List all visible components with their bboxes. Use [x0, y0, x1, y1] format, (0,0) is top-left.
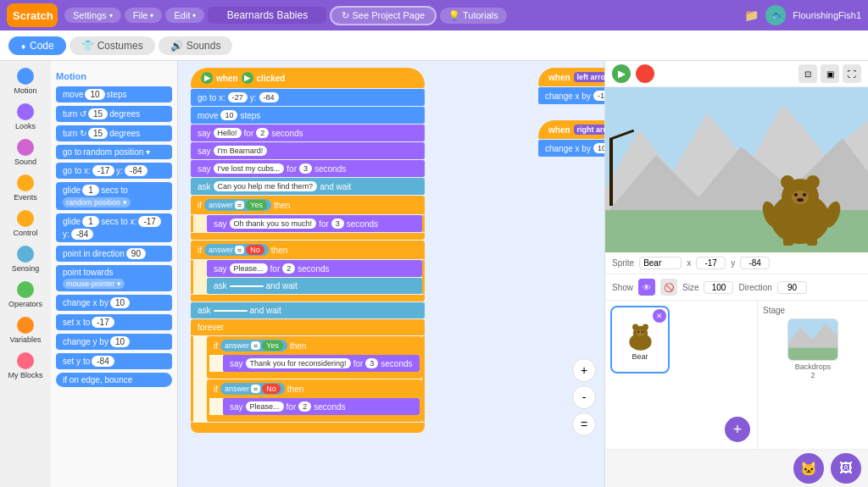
change-x-block[interactable]: change x by 10 [56, 295, 172, 311]
svg-point-14 [797, 198, 804, 202]
point-towards-block[interactable]: point towards mouse-pointer ▾ [56, 265, 172, 291]
svg-rect-28 [788, 348, 837, 361]
say-please-2-block[interactable]: say Please... for 2 seconds [223, 398, 420, 415]
forever-if-no[interactable]: if answer = No then [207, 379, 422, 398]
zoom-reset-button[interactable]: = [572, 412, 596, 436]
turn-ccw-block[interactable]: turn ↺ 15 degrees [56, 106, 172, 122]
costume-icon: 👕 [81, 40, 94, 52]
sprite-label: Sprite [612, 258, 634, 268]
ask-help-block[interactable]: ask Can you help me find them? and wait [191, 178, 425, 195]
category-myblocks[interactable]: My Blocks [3, 349, 47, 383]
category-control[interactable]: Control [3, 207, 47, 241]
zoom-out-button[interactable]: - [572, 385, 596, 409]
tab-costumes[interactable]: 👕 Costumes [70, 36, 155, 55]
refresh-icon: ↻ [342, 10, 349, 20]
stop-button[interactable] [636, 64, 654, 83]
add-sprite-action-button[interactable]: 🐱 [793, 453, 824, 484]
sprite-y-input[interactable] [740, 257, 770, 269]
add-sprite-button[interactable]: + [725, 417, 750, 442]
forever-if-yes[interactable]: if answer = Yes then [207, 336, 422, 355]
sprite-show-bar: Show 👁 🚫 Size Direction [605, 274, 868, 301]
user-name[interactable]: FlourishingFish1 [793, 10, 861, 20]
say-thank-you-block[interactable]: say Oh thank you so much! for 3 seconds [207, 215, 422, 232]
folder-icon[interactable]: 📁 [744, 8, 759, 22]
say-please-1-block[interactable]: say Please... for 2 seconds [207, 260, 422, 277]
move-script-block[interactable]: move 10 steps [191, 107, 425, 124]
scripts-area[interactable]: ▶ when ▶ clicked go to x: -27 y: -84 mov… [178, 61, 605, 487]
settings-button[interactable]: Settings [64, 8, 121, 23]
say-bearnard-block[interactable]: say I'm Bearnard! [191, 142, 425, 159]
say-hello-block[interactable]: say Hello! for 2 seconds [191, 125, 425, 141]
backdrop-thumbnail[interactable] [787, 318, 838, 361]
sprite-size-input[interactable] [704, 281, 733, 294]
normal-stage-button[interactable]: ▣ [821, 64, 839, 83]
change-x-neg-block[interactable]: change x by -10 [538, 87, 605, 104]
script-group-3: when right arrow ▾ key pressed change x … [538, 120, 605, 157]
show-visible-button[interactable]: 👁 [638, 279, 655, 296]
ask-empty-1-block[interactable]: ask and wait [207, 278, 422, 294]
glide-random-block[interactable]: glide 1 secs to random position ▾ [56, 182, 172, 210]
move-block[interactable]: move 10 steps [56, 86, 172, 102]
scratch-logo[interactable]: Scratch [7, 3, 58, 27]
second-navigation: ⬧ Code 👕 Costumes 🔊 Sounds [0, 30, 868, 61]
category-looks[interactable]: Looks [3, 100, 47, 134]
edit-button[interactable]: Edit [165, 8, 204, 23]
tab-sounds[interactable]: 🔊 Sounds [159, 36, 233, 55]
change-y-block[interactable]: change y by 10 [56, 334, 172, 350]
goto-random-block[interactable]: go to random position ▾ [56, 145, 172, 159]
top-navigation: Scratch Settings File Edit ↻ See Project… [0, 0, 868, 30]
sprite-name-input[interactable] [639, 257, 682, 269]
if-yes-block[interactable]: if answer = Yes then [191, 196, 425, 214]
fullscreen-button[interactable]: ⛶ [843, 64, 861, 83]
lightbulb-icon: 💡 [448, 10, 460, 20]
glide-xy-block[interactable]: glide 1 secs to x: -17 y: -84 [56, 213, 172, 242]
say-lost-cubs-block[interactable]: say I've lost my cubs... for 3 seconds [191, 160, 425, 177]
zoom-in-button[interactable]: + [572, 358, 596, 382]
say-reconsidering-block[interactable]: say Thank you for reconsidering! for 3 s… [223, 355, 420, 372]
change-x-pos-block[interactable]: change x by 10 [538, 140, 605, 157]
small-stage-button[interactable]: ⊡ [798, 64, 817, 83]
set-x-block[interactable]: set x to -17 [56, 314, 172, 330]
direction-label: Direction [738, 283, 771, 292]
tutorials-button[interactable]: 💡 Tutorials [440, 8, 507, 24]
stage-panel: ▶ ⊡ ▣ ⛶ [605, 61, 868, 487]
point-direction-block[interactable]: point in direction 90 [56, 246, 172, 262]
show-hidden-button[interactable]: 🚫 [660, 279, 677, 296]
forever-if-no-inner: say Please... for 2 seconds [207, 398, 422, 415]
file-button[interactable]: File [125, 8, 163, 23]
category-events[interactable]: Events [3, 171, 47, 205]
ask-empty-2-block[interactable]: ask and wait [191, 302, 425, 318]
motion-section-title: Motion [56, 71, 172, 81]
nav-right: 📁 🐟 FlourishingFish1 [744, 5, 861, 25]
hat-left-arrow[interactable]: when left arrow ▾ key pressed [538, 68, 605, 86]
add-backdrop-action-button[interactable]: 🖼 [831, 453, 861, 484]
set-y-block[interactable]: set y to -84 [56, 353, 172, 369]
tab-code[interactable]: ⬧ Code [8, 36, 66, 55]
sprite-delete-button[interactable]: ✕ [653, 309, 666, 323]
hat-green-flag[interactable]: ▶ when ▶ clicked [191, 68, 425, 88]
svg-rect-15 [783, 235, 793, 246]
category-sensing[interactable]: Sensing [3, 242, 47, 276]
svg-point-24 [637, 331, 639, 333]
turn-cw-block[interactable]: turn ↻ 15 degrees [56, 125, 172, 141]
sprite-direction-input[interactable] [777, 281, 807, 294]
category-sound[interactable]: Sound [3, 136, 47, 169]
hat-right-arrow[interactable]: when right arrow ▾ key pressed [538, 120, 605, 139]
see-project-button[interactable]: ↻ See Project Page [330, 6, 437, 25]
green-flag-button[interactable]: ▶ [612, 64, 631, 83]
if-on-edge-block[interactable]: if on edge, bounce [56, 373, 172, 387]
if-no-block[interactable]: if answer = No then [191, 241, 425, 259]
goto-xy-script-block[interactable]: go to x: -27 y: -84 [191, 89, 425, 106]
sprite-thumb-bear[interactable]: ✕ Bear [610, 306, 670, 374]
backdrop-thumb-icon [788, 318, 837, 361]
forever-inner: if answer = Yes then say Thank you for r… [191, 336, 425, 422]
sprite-x-input[interactable] [696, 257, 726, 269]
category-motion[interactable]: Motion [3, 64, 47, 98]
forever-hat[interactable]: forever [191, 319, 425, 335]
category-variables[interactable]: Variables [3, 313, 47, 347]
project-name-input[interactable] [208, 7, 326, 24]
forever-if-no-bottom [207, 415, 422, 422]
view-mode-buttons: ⊡ ▣ ⛶ [798, 64, 861, 83]
category-operators[interactable]: Operators [3, 278, 47, 312]
goto-xy-block[interactable]: go to x: -17 y: -84 [56, 163, 172, 179]
